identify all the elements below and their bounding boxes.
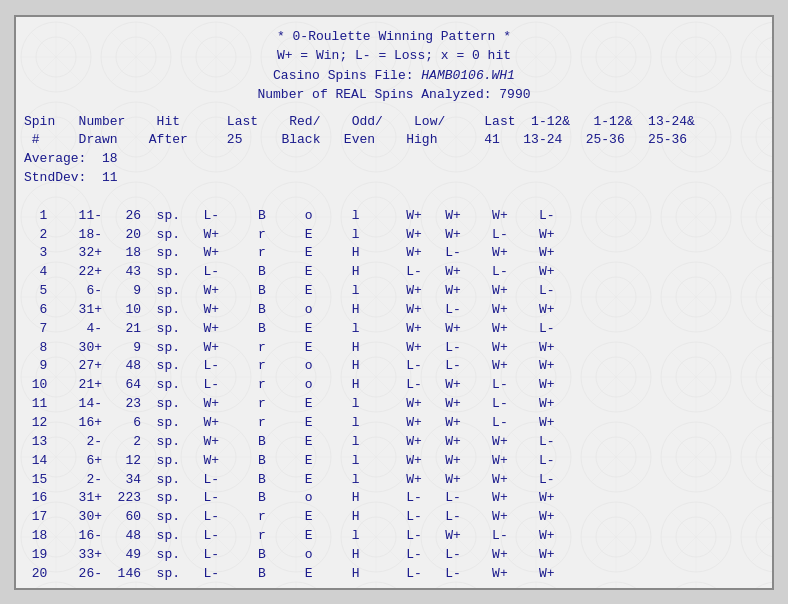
footer-ellipsis: ...: [24, 584, 764, 590]
header-line4: Number of REAL Spins Analyzed: 7990: [24, 85, 764, 105]
header-section: * 0-Roulette Winning Pattern * W+ = Win;…: [24, 27, 764, 105]
content-area: * 0-Roulette Winning Pattern * W+ = Win;…: [24, 27, 764, 590]
main-window: * 0-Roulette Winning Pattern * W+ = Win;…: [14, 15, 774, 590]
header-line1: * 0-Roulette Winning Pattern *: [24, 27, 764, 47]
header-line3: Casino Spins File: HAMB0106.WH1: [24, 66, 764, 86]
header-line3-italic: HAMB0106.WH1: [421, 68, 515, 83]
data-table: Spin Number Hit Last Red/ Odd/ Low/ Last…: [24, 113, 764, 584]
header-line2: W+ = Win; L- = Loss; x = 0 hit: [24, 46, 764, 66]
header-line3-prefix: Casino Spins File:: [273, 68, 421, 83]
